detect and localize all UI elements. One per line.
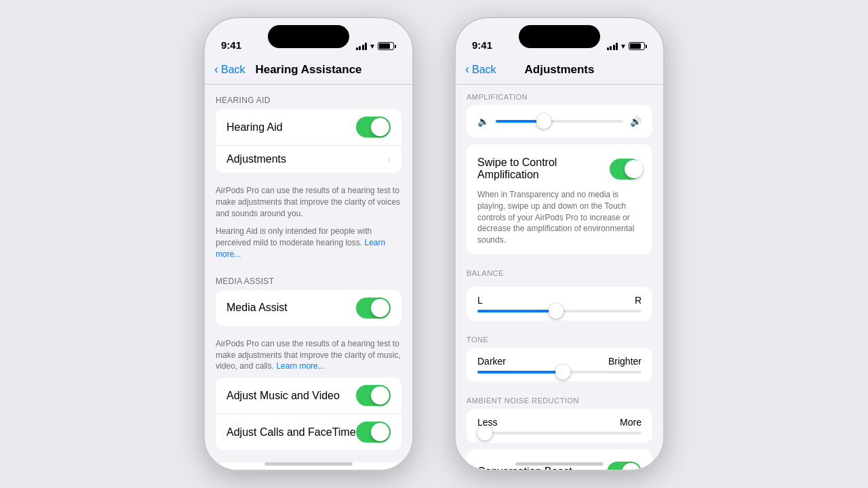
- adjust-calls-row[interactable]: Adjust Calls and FaceTime: [216, 414, 401, 450]
- home-indicator: [264, 462, 353, 466]
- hearing-aid-description: AirPods Pro can use the results of a hea…: [205, 180, 412, 224]
- signal-icon: [356, 42, 368, 50]
- wifi-icon-right: ▾: [621, 41, 625, 51]
- swipe-label: Swipe to Control Amplification: [477, 157, 610, 181]
- status-time: 9:41: [221, 39, 241, 51]
- adjustments-row[interactable]: Adjustments ›: [216, 146, 401, 173]
- hearing-aid-toggle[interactable]: [356, 117, 391, 138]
- balance-group: L R: [467, 287, 652, 321]
- hearing-aid-section-header: HEARING AID: [205, 85, 412, 109]
- tone-slider-track[interactable]: [477, 371, 642, 373]
- tone-darker-label: Darker: [477, 356, 506, 367]
- back-button-right[interactable]: ‹ Back: [465, 62, 496, 77]
- home-indicator-right: [515, 462, 604, 466]
- media-assist-label: Media Assist: [226, 302, 288, 314]
- ambient-section-header: AMBIENT NOISE REDUCTION: [456, 388, 663, 409]
- tone-brighter-label: Brighter: [608, 356, 642, 367]
- swipe-description: When in Transparency and no media is pla…: [477, 185, 642, 246]
- adjust-music-label: Adjust Music and Video: [226, 390, 340, 402]
- amplification-slider-row[interactable]: 🔈 🔊: [477, 113, 642, 129]
- balance-section-header: BALANCE: [456, 261, 663, 281]
- back-chevron-icon: ‹: [214, 62, 218, 77]
- tone-group: Darker Brighter: [467, 348, 652, 382]
- swipe-toggle[interactable]: [610, 159, 642, 180]
- adjustments-label: Adjustments: [226, 153, 286, 165]
- page-title: Hearing Assistance: [255, 63, 361, 77]
- back-button[interactable]: ‹ Back: [214, 62, 245, 77]
- scroll-content: HEARING AID Hearing Aid Adjustments › Ai…: [205, 85, 412, 470]
- adjust-music-row[interactable]: Adjust Music and Video: [216, 378, 401, 414]
- media-assist-description: AirPods Pro can use the results of a hea…: [205, 333, 412, 378]
- status-time-right: 9:41: [472, 39, 492, 51]
- conversation-group: Conversation Boost Conversation Boost fo…: [467, 449, 652, 470]
- nav-bar: ‹ Back Hearing Assistance: [205, 55, 412, 85]
- amplification-group: 🔈 🔊: [467, 105, 652, 138]
- page-title-right: Adjustments: [525, 63, 595, 77]
- right-phone: 9:41 ▾ ‹ Back Adjustments AMPLIFICATION …: [454, 17, 665, 471]
- dynamic-island: [268, 25, 349, 48]
- hearing-aid-row[interactable]: Hearing Aid: [216, 109, 401, 146]
- status-icons: ▾: [356, 41, 397, 51]
- signal-icon-right: [607, 42, 618, 50]
- adjust-music-toggle[interactable]: [356, 385, 391, 406]
- media-assist-row[interactable]: Media Assist: [216, 290, 401, 326]
- left-phone: 9:41 ▾ ‹ Back Hearing Assistance HEARING…: [203, 17, 414, 471]
- volume-low-icon: 🔈: [477, 116, 489, 127]
- conversation-toggle[interactable]: [607, 462, 642, 470]
- scroll-content-right: AMPLIFICATION 🔈 🔊 Swipe to Control Ampli…: [456, 85, 663, 470]
- back-chevron-icon-right: ‹: [465, 62, 469, 77]
- balance-right-label: R: [635, 295, 642, 306]
- ambient-more-label: More: [620, 417, 642, 428]
- balance-slider-track[interactable]: [477, 310, 642, 312]
- media-assist-toggle[interactable]: [356, 298, 391, 319]
- media-assist-group: Media Assist: [216, 290, 401, 326]
- dynamic-island-right: [519, 25, 600, 48]
- ambient-group: Less More: [467, 409, 652, 443]
- hearing-aid-description2: Hearing Aid is only intended for people …: [205, 224, 412, 265]
- conversation-label: Conversation Boost: [477, 466, 572, 470]
- amplification-slider-track[interactable]: [496, 120, 623, 123]
- tone-section-header: TONE: [456, 327, 663, 348]
- ambient-labels: Less More: [477, 417, 642, 428]
- battery-icon: [378, 42, 396, 50]
- status-icons-right: ▾: [607, 41, 648, 51]
- learn-more-link-2[interactable]: Learn more...: [276, 361, 324, 371]
- swipe-group: Swipe to Control Amplification When in T…: [467, 144, 652, 254]
- wifi-icon: ▾: [370, 41, 374, 51]
- balance-left-label: L: [477, 295, 483, 306]
- adjust-group: Adjust Music and Video Adjust Calls and …: [216, 378, 401, 450]
- adjust-calls-label: Adjust Calls and FaceTime: [226, 426, 356, 439]
- hearing-aid-group: Hearing Aid Adjustments ›: [216, 109, 401, 173]
- volume-high-icon: 🔊: [630, 116, 642, 127]
- swipe-row[interactable]: Swipe to Control Amplification: [477, 152, 642, 185]
- media-assist-section-header: MEDIA ASSIST: [205, 266, 412, 290]
- back-label: Back: [221, 64, 245, 76]
- amplification-section-header: AMPLIFICATION: [456, 85, 663, 105]
- adjustments-chevron-icon: ›: [387, 154, 391, 165]
- ambient-slider-track[interactable]: [477, 432, 642, 434]
- adjust-calls-toggle[interactable]: [356, 422, 391, 443]
- nav-bar-right: ‹ Back Adjustments: [456, 55, 663, 85]
- hearing-aid-label: Hearing Aid: [226, 121, 283, 134]
- battery-icon-right: [629, 42, 647, 50]
- back-label-right: Back: [472, 64, 496, 76]
